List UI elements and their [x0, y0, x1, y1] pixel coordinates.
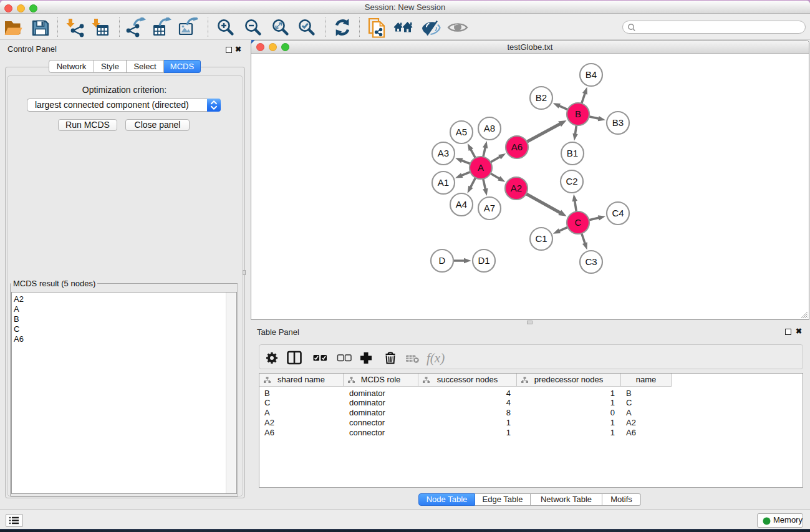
svg-text:B3: B3	[612, 117, 624, 128]
svg-text:C4: C4	[612, 208, 624, 218]
svg-text:A2: A2	[511, 183, 522, 193]
svg-text:A4: A4	[456, 199, 467, 210]
svg-text:A8: A8	[484, 123, 495, 133]
svg-text:D1: D1	[478, 255, 489, 266]
svg-text:B4: B4	[586, 69, 597, 80]
svg-text:C1: C1	[535, 233, 547, 244]
svg-text:C3: C3	[585, 256, 597, 267]
svg-text:A3: A3	[438, 148, 449, 158]
svg-text:B1: B1	[567, 148, 578, 158]
svg-text:f(x): f(x)	[427, 351, 445, 365]
svg-text:A: A	[478, 162, 484, 173]
svg-text:B: B	[575, 109, 581, 119]
svg-text:C2: C2	[566, 176, 577, 186]
svg-text:A7: A7	[484, 203, 495, 213]
svg-text:A1: A1	[438, 177, 449, 188]
svg-text:B2: B2	[536, 92, 547, 103]
svg-text:A5: A5	[456, 127, 467, 137]
svg-text:A6: A6	[511, 142, 523, 152]
svg-text:D: D	[439, 255, 446, 266]
svg-text:C: C	[575, 217, 582, 228]
